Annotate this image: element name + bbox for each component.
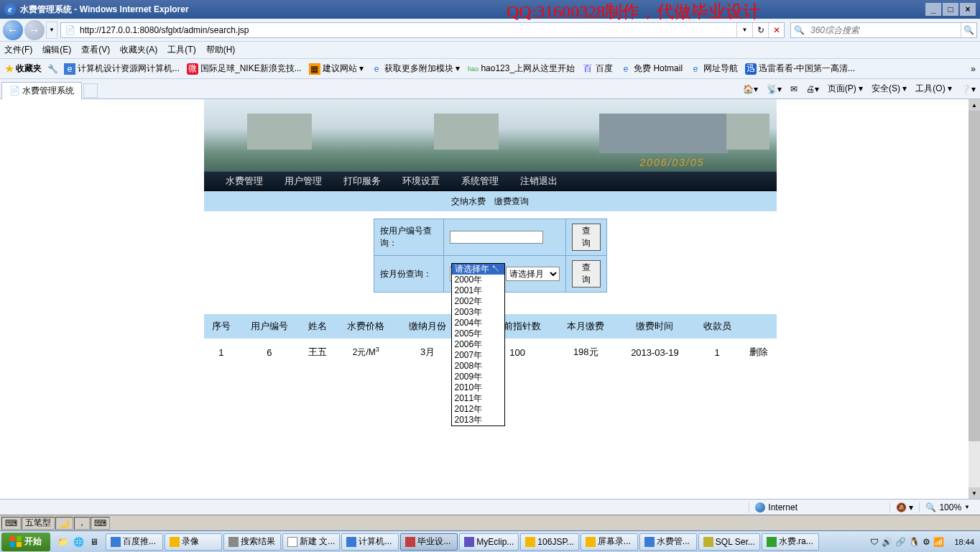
nav-logout[interactable]: 注销退出 <box>520 175 558 188</box>
task-button[interactable]: 百度推... <box>106 533 163 551</box>
year-option[interactable]: 2006年 <box>452 339 504 350</box>
user-id-input[interactable] <box>450 231 543 244</box>
nav-env[interactable]: 环境设置 <box>402 175 440 188</box>
cmd-tools[interactable]: 工具(O) ▾ <box>915 83 952 95</box>
task-button[interactable]: 水费.ra... <box>762 533 819 551</box>
task-button[interactable]: 屏幕录... <box>581 533 638 551</box>
tray-icon[interactable]: 🔗 <box>895 537 906 547</box>
ime-switch[interactable]: ⌨ <box>1 517 21 530</box>
subnav-query[interactable]: 缴费查询 <box>494 196 529 208</box>
fav-overflow[interactable]: » <box>971 64 976 74</box>
task-button[interactable]: 106JSP... <box>520 533 578 551</box>
task-button-active[interactable]: 毕业设... <box>400 533 458 551</box>
year-option[interactable]: 2003年 <box>452 307 504 318</box>
tray-icon[interactable]: 🔊 <box>882 537 892 547</box>
year-option[interactable]: 2009年 <box>452 372 504 382</box>
tray-icon[interactable]: ⚙ <box>923 537 930 547</box>
ime-name[interactable]: 五笔型 <box>22 517 55 530</box>
task-button[interactable]: 计算机... <box>341 533 399 551</box>
search-input[interactable] <box>808 24 961 37</box>
cmd-page[interactable]: 页面(P) ▾ <box>828 83 863 95</box>
fav-item-1[interactable]: 微国际足球_NIKE新浪竞技... <box>187 63 302 75</box>
back-button[interactable]: ← <box>3 20 23 40</box>
refresh-button[interactable]: ↻ <box>752 23 768 37</box>
taskbar-clock[interactable]: 18:44 <box>948 538 980 546</box>
cell-delete[interactable]: 删除 <box>741 339 777 366</box>
close-button[interactable]: × <box>960 3 976 16</box>
tray-icon[interactable]: 🐧 <box>909 537 920 547</box>
feeds-button[interactable]: 📡▾ <box>767 84 782 94</box>
search-button[interactable]: 🔍 <box>961 23 976 37</box>
year-option[interactable]: 2005年 <box>452 328 504 339</box>
month-select[interactable]: 请选择月 <box>506 267 560 281</box>
fav-item-6[interactable]: e免费 Hotmail <box>620 63 683 75</box>
fav-shortcuts-icon[interactable]: 🔧 <box>47 64 58 74</box>
fav-item-5[interactable]: 百百度 <box>582 63 613 75</box>
year-option-sel[interactable]: 请选择年 ↖ <box>452 264 504 275</box>
menu-view[interactable]: 查看(V) <box>81 44 110 56</box>
year-option[interactable]: 2001年 <box>452 285 504 296</box>
fav-item-4[interactable]: haohao123_上网从这里开始 <box>467 63 575 75</box>
menu-file[interactable]: 文件(F) <box>4 44 32 56</box>
tray-icon[interactable]: 📶 <box>933 537 944 547</box>
addr-dropdown[interactable]: ▼ <box>736 23 752 37</box>
nav-sys[interactable]: 系统管理 <box>461 175 499 188</box>
ime-punct[interactable]: ， <box>74 517 90 530</box>
nav-water-fee[interactable]: 水费管理 <box>226 175 263 188</box>
fav-item-7[interactable]: e网址导航 <box>690 63 738 75</box>
year-option[interactable]: 2004年 <box>452 318 504 328</box>
year-option[interactable]: 2013年 <box>452 415 504 426</box>
readmail-button[interactable]: ✉ <box>790 84 798 94</box>
task-button[interactable]: 水费管... <box>639 533 697 551</box>
fav-item-8[interactable]: 迅迅雷看看-中国第一高清... <box>745 63 855 75</box>
start-button[interactable]: 开始 <box>1 533 50 551</box>
favorites-star-icon[interactable]: ★ <box>4 62 14 75</box>
search-user-button[interactable]: 查询 <box>572 224 600 251</box>
ql-icon[interactable]: 🖥 <box>86 534 102 550</box>
nav-user-mgmt[interactable]: 用户管理 <box>285 175 322 188</box>
menu-favorites[interactable]: 收藏夹(A) <box>120 44 157 56</box>
ime-shape[interactable]: 🌙 <box>55 517 73 530</box>
ql-icon[interactable]: 🌐 <box>70 534 86 550</box>
vertical-scrollbar[interactable]: ▲ ▼ <box>969 99 980 499</box>
help-button[interactable]: ❔▾ <box>961 84 976 94</box>
stop-button[interactable]: ✕ <box>768 23 784 37</box>
year-option[interactable]: 2008年 <box>452 361 504 372</box>
ime-keyb[interactable]: ⌨ <box>91 517 110 530</box>
ime-bar[interactable]: ⌨ 五笔型 🌙 ， ⌨ <box>0 515 980 530</box>
menu-help[interactable]: 帮助(H) <box>206 44 236 56</box>
system-tray[interactable]: 🛡 🔊 🔗 🐧 ⚙ 📶 <box>866 537 948 547</box>
cmd-safety[interactable]: 安全(S) ▾ <box>872 83 907 95</box>
year-dropdown-list[interactable]: 请选择年 ↖ 2000年 2001年 2002年 2003年 2004年 200… <box>451 263 505 426</box>
fav-item-0[interactable]: e计算机设计资源网计算机... <box>64 63 180 75</box>
maximize-button[interactable]: □ <box>943 3 958 16</box>
task-button[interactable]: 搜索结果 <box>223 533 281 551</box>
url-input[interactable] <box>78 24 736 37</box>
zone-indicator[interactable]: Internet <box>749 502 803 512</box>
minimize-button[interactable]: _ <box>925 3 941 16</box>
task-button[interactable]: SQL Ser... <box>698 533 760 551</box>
task-button[interactable]: MyEclip... <box>459 533 519 551</box>
menu-edit[interactable]: 编辑(E) <box>42 44 71 56</box>
task-button[interactable]: 新建 文... <box>282 533 340 551</box>
scroll-down[interactable]: ▼ <box>969 487 980 499</box>
blocker-icons[interactable]: 🔕 ▾ <box>889 502 919 512</box>
year-option[interactable]: 2010年 <box>452 382 504 393</box>
forward-button[interactable]: → <box>24 20 45 40</box>
new-tab-button[interactable] <box>83 83 98 98</box>
scroll-up[interactable]: ▲ <box>969 99 980 111</box>
zoom-control[interactable]: 🔍 100% ▼ <box>919 502 976 512</box>
tab-active[interactable]: 📄 水费管理系统 <box>1 82 82 99</box>
year-option[interactable]: 2000年 <box>452 275 504 285</box>
menu-tools[interactable]: 工具(T) <box>167 44 195 56</box>
fav-item-2[interactable]: ▦建议网站 ▾ <box>309 63 364 75</box>
subnav-pay[interactable]: 交纳水费 <box>451 196 486 208</box>
scroll-thumb[interactable] <box>969 111 980 441</box>
print-button[interactable]: 🖨▾ <box>806 84 819 94</box>
home-button[interactable]: 🏠▾ <box>743 84 758 94</box>
address-bar[interactable]: 📄 ▼ ↻ ✕ <box>60 22 785 38</box>
task-button[interactable]: 录像 <box>165 533 222 551</box>
recent-dropdown[interactable]: ▼ <box>46 22 57 39</box>
search-box[interactable]: 🔍 🔍 <box>790 22 977 38</box>
year-option[interactable]: 2007年 <box>452 350 504 361</box>
